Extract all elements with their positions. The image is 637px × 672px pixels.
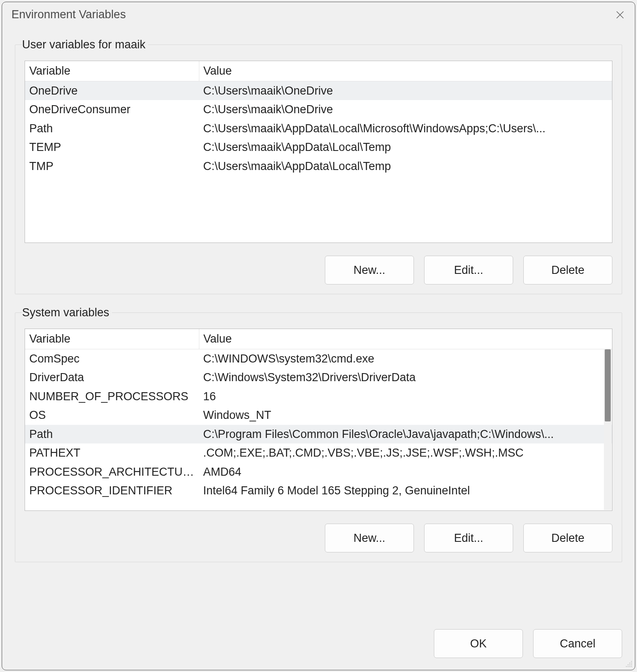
cell-value: C:\Program Files\Common Files\Oracle\Jav… bbox=[199, 425, 612, 443]
cell-value: Windows_NT bbox=[199, 406, 612, 424]
svg-point-6 bbox=[629, 664, 631, 666]
cell-variable: PROCESSOR_IDENTIFIER bbox=[25, 481, 199, 500]
column-header-variable[interactable]: Variable bbox=[25, 329, 199, 349]
svg-point-2 bbox=[631, 661, 632, 662]
ok-button[interactable]: OK bbox=[434, 629, 523, 658]
table-row[interactable]: PathC:\Users\maaik\AppData\Local\Microso… bbox=[25, 119, 612, 138]
cell-value: C:\Users\maaik\AppData\Local\Temp bbox=[199, 138, 612, 156]
resize-grip-icon bbox=[625, 660, 633, 668]
user-variables-group: User variables for maaik Variable Value … bbox=[15, 38, 622, 294]
svg-point-11 bbox=[631, 666, 632, 667]
table-row[interactable]: TEMPC:\Users\maaik\AppData\Local\Temp bbox=[25, 138, 612, 156]
dialog-content: User variables for maaik Variable Value … bbox=[2, 25, 635, 625]
cell-value: AMD64 bbox=[199, 463, 612, 481]
svg-point-5 bbox=[628, 664, 629, 666]
close-icon bbox=[616, 11, 624, 19]
system-scrollbar-thumb[interactable] bbox=[605, 349, 611, 421]
cell-variable: OneDriveConsumer bbox=[25, 100, 199, 119]
cancel-button[interactable]: Cancel bbox=[533, 629, 622, 658]
system-variables-legend: System variables bbox=[22, 306, 112, 319]
table-row[interactable]: DriverDataC:\Windows\System32\Drivers\Dr… bbox=[25, 368, 612, 387]
cell-variable: PROCESSOR_ARCHITECTURE bbox=[25, 463, 199, 481]
column-header-value[interactable]: Value bbox=[199, 61, 612, 81]
table-row[interactable]: PathC:\Program Files\Common Files\Oracle… bbox=[25, 425, 612, 443]
cell-value: .COM;.EXE;.BAT;.CMD;.VBS;.VBE;.JS;.JSE;.… bbox=[199, 443, 612, 462]
user-new-button[interactable]: New... bbox=[325, 256, 414, 284]
resize-grip[interactable] bbox=[625, 660, 633, 668]
svg-point-9 bbox=[628, 666, 629, 667]
system-delete-button[interactable]: Delete bbox=[523, 524, 612, 552]
column-header-variable[interactable]: Variable bbox=[25, 61, 199, 81]
system-variables-table-wrap[interactable]: Variable Value ComSpecC:\WINDOWS\system3… bbox=[25, 329, 612, 511]
cell-value: C:\Users\maaik\OneDrive bbox=[199, 81, 612, 100]
user-variables-table: Variable Value OneDriveC:\Users\maaik\On… bbox=[25, 61, 612, 176]
user-variables-legend: User variables for maaik bbox=[22, 38, 148, 51]
system-variables-group: System variables Variable Value ComSpecC… bbox=[15, 306, 622, 562]
cell-value: C:\Users\maaik\AppData\Local\Microsoft\W… bbox=[199, 119, 612, 138]
titlebar: Environment Variables bbox=[2, 2, 635, 25]
svg-point-8 bbox=[626, 666, 627, 667]
system-scrollbar-track[interactable] bbox=[604, 349, 612, 510]
close-button[interactable] bbox=[615, 9, 626, 20]
table-header-row: Variable Value bbox=[25, 329, 612, 349]
svg-point-10 bbox=[629, 666, 631, 667]
table-header-row: Variable Value bbox=[25, 61, 612, 81]
cell-value: C:\Users\maaik\AppData\Local\Temp bbox=[199, 157, 612, 176]
system-edit-button[interactable]: Edit... bbox=[424, 524, 513, 552]
cell-variable: TEMP bbox=[25, 138, 199, 156]
cell-value: C:\Windows\System32\Drivers\DriverData bbox=[199, 368, 612, 387]
cell-value: C:\WINDOWS\system32\cmd.exe bbox=[199, 349, 612, 368]
user-edit-button[interactable]: Edit... bbox=[424, 256, 513, 284]
system-buttons-row: New... Edit... Delete bbox=[25, 524, 612, 552]
table-row[interactable]: OSWindows_NT bbox=[25, 406, 612, 424]
system-new-button[interactable]: New... bbox=[325, 524, 414, 552]
cell-value: Intel64 Family 6 Model 165 Stepping 2, G… bbox=[199, 481, 612, 500]
cell-variable: OneDrive bbox=[25, 81, 199, 100]
cell-variable: PATHEXT bbox=[25, 443, 199, 462]
cell-variable: DriverData bbox=[25, 368, 199, 387]
column-header-value[interactable]: Value bbox=[199, 329, 612, 349]
cell-variable: ComSpec bbox=[25, 349, 199, 368]
table-row[interactable]: PATHEXT.COM;.EXE;.BAT;.CMD;.VBS;.VBE;.JS… bbox=[25, 443, 612, 462]
table-row[interactable]: PROCESSOR_IDENTIFIERIntel64 Family 6 Mod… bbox=[25, 481, 612, 500]
user-buttons-row: New... Edit... Delete bbox=[25, 256, 612, 284]
user-delete-button[interactable]: Delete bbox=[523, 256, 612, 284]
cell-variable: TMP bbox=[25, 157, 199, 176]
cell-variable: Path bbox=[25, 119, 199, 138]
table-row[interactable]: OneDriveConsumerC:\Users\maaik\OneDrive bbox=[25, 100, 612, 119]
table-row[interactable]: NUMBER_OF_PROCESSORS16 bbox=[25, 387, 612, 406]
user-variables-table-wrap[interactable]: Variable Value OneDriveC:\Users\maaik\On… bbox=[25, 61, 612, 243]
system-variables-table: Variable Value ComSpecC:\WINDOWS\system3… bbox=[25, 329, 612, 500]
environment-variables-dialog: Environment Variables User variables for… bbox=[2, 2, 635, 670]
cell-variable: NUMBER_OF_PROCESSORS bbox=[25, 387, 199, 406]
table-row[interactable]: ComSpecC:\WINDOWS\system32\cmd.exe bbox=[25, 349, 612, 368]
svg-point-3 bbox=[629, 663, 631, 664]
table-row[interactable]: OneDriveC:\Users\maaik\OneDrive bbox=[25, 81, 612, 100]
table-row[interactable]: TMPC:\Users\maaik\AppData\Local\Temp bbox=[25, 157, 612, 176]
dialog-title: Environment Variables bbox=[11, 8, 126, 21]
svg-point-4 bbox=[631, 663, 632, 664]
svg-point-7 bbox=[631, 664, 632, 666]
cell-value: 16 bbox=[199, 387, 612, 406]
table-row[interactable]: PROCESSOR_ARCHITECTUREAMD64 bbox=[25, 463, 612, 481]
cell-variable: Path bbox=[25, 425, 199, 443]
cell-variable: OS bbox=[25, 406, 199, 424]
cell-value: C:\Users\maaik\OneDrive bbox=[199, 100, 612, 119]
dialog-footer: OK Cancel bbox=[2, 625, 635, 670]
